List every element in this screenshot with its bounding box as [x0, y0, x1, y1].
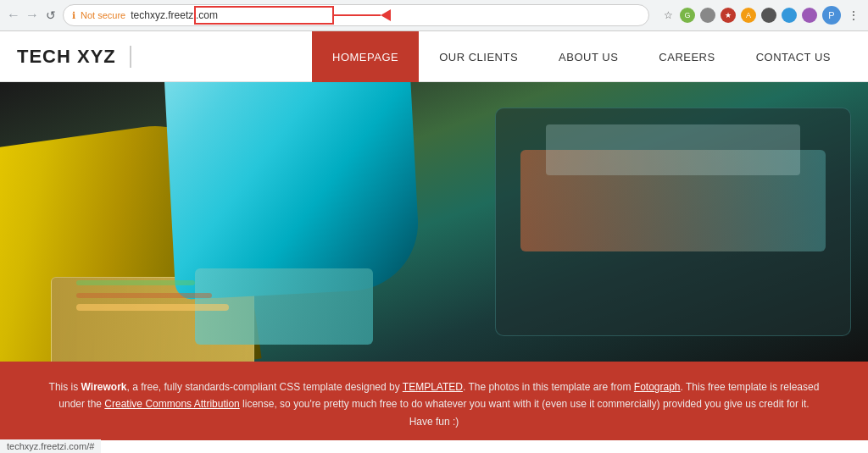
not-secure-label: Not secure	[81, 10, 125, 20]
wire-highlight-1	[76, 304, 229, 311]
fotograph-link[interactable]: Fotograph	[634, 381, 681, 393]
hero-image	[0, 82, 868, 362]
nav-homepage[interactable]: HOMEPAGE	[312, 31, 419, 82]
url-text: techxyz.freetzi.com	[131, 9, 640, 21]
toolbar-icon-6[interactable]	[782, 8, 797, 23]
footer-line3: Have fun :)	[34, 413, 834, 430]
reload-button[interactable]: ↺	[44, 8, 58, 22]
browser-chrome: ← → ↺ ℹ Not secure techxyz.freetzi.com ☆…	[0, 0, 868, 31]
footer-line1: This is Wirework, a free, fully standard…	[34, 378, 834, 395]
teal-cable	[164, 82, 421, 300]
browser-toolbar: ← → ↺ ℹ Not secure techxyz.freetzi.com ☆…	[0, 0, 868, 30]
toolbar-icons: ☆ G ★ A P ⋮	[661, 6, 861, 25]
profile-avatar[interactable]: P	[822, 6, 841, 25]
address-bar[interactable]: ℹ Not secure techxyz.freetzi.com	[63, 4, 649, 26]
menu-icon[interactable]: ⋮	[846, 8, 861, 23]
website-content: TECH XYZ HOMEPAGE OUR CLIENTS ABOUT US C…	[0, 31, 868, 440]
site-header: TECH XYZ HOMEPAGE OUR CLIENTS ABOUT US C…	[0, 31, 868, 82]
site-name: Wirework	[81, 381, 127, 393]
toolbar-icon-7[interactable]	[802, 8, 817, 23]
footer-line2: under the Creative Commons Attribution l…	[34, 395, 834, 412]
right-connector-top	[546, 124, 800, 175]
toolbar-icon-4[interactable]: A	[741, 8, 756, 23]
site-footer: This is Wirework, a free, fully standard…	[0, 362, 868, 440]
toolbar-icon-3[interactable]: ★	[721, 8, 736, 23]
templated-link[interactable]: TEMPLATED	[403, 381, 463, 393]
nav-our-clients[interactable]: OUR CLIENTS	[419, 31, 538, 82]
nav-contact-us[interactable]: CONTACT US	[736, 31, 851, 82]
toolbar-icon-2[interactable]	[700, 8, 715, 23]
toolbar-icon-1[interactable]: G	[680, 8, 695, 23]
nav-careers[interactable]: CAREERS	[638, 31, 735, 82]
nav-about-us[interactable]: ABOUT US	[538, 31, 638, 82]
wire-highlight-3	[76, 280, 195, 285]
site-logo: TECH XYZ	[17, 46, 131, 68]
lock-icon: ℹ	[72, 10, 75, 21]
toolbar-icon-5[interactable]	[761, 8, 776, 23]
wire-highlight-2	[76, 293, 212, 298]
back-button[interactable]: ←	[7, 8, 20, 22]
site-nav: HOMEPAGE OUR CLIENTS ABOUT US CAREERS CO…	[312, 31, 851, 81]
bookmark-star-icon[interactable]: ☆	[661, 8, 675, 22]
forward-button[interactable]: →	[25, 8, 39, 22]
cc-link[interactable]: Creative Commons Attribution	[104, 398, 239, 410]
status-bar: techxyz.freetzi.com/#	[0, 439, 101, 440]
